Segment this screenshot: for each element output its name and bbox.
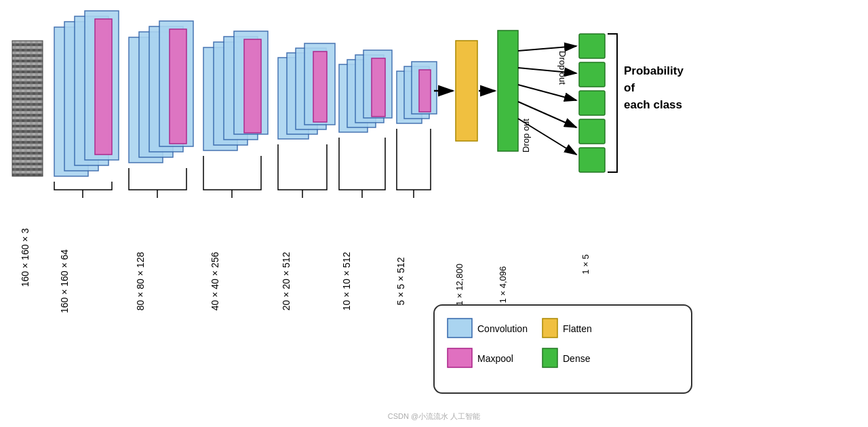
svg-text:Flatten: Flatten bbox=[563, 323, 592, 334]
svg-text:1 × 12,800: 1 × 12,800 bbox=[454, 264, 465, 306]
svg-text:160 × 160 × 64: 160 × 160 × 64 bbox=[59, 249, 70, 313]
svg-rect-17 bbox=[12, 41, 43, 176]
svg-text:1 × 5: 1 × 5 bbox=[580, 254, 591, 274]
svg-rect-85 bbox=[542, 319, 557, 338]
svg-text:CSDN @小流流水 人工智能: CSDN @小流流水 人工智能 bbox=[388, 412, 480, 420]
svg-marker-46 bbox=[419, 70, 431, 112]
svg-rect-89 bbox=[542, 348, 557, 367]
main-canvas: Drop out bbox=[0, 0, 868, 427]
svg-marker-42 bbox=[372, 58, 385, 117]
svg-rect-82 bbox=[434, 305, 692, 393]
svg-text:Drop out: Drop out bbox=[557, 51, 568, 85]
svg-text:Maxpool: Maxpool bbox=[477, 353, 513, 364]
svg-rect-61 bbox=[579, 148, 605, 172]
svg-rect-83 bbox=[448, 319, 472, 338]
svg-text:40 × 40 × 256: 40 × 40 × 256 bbox=[210, 252, 220, 311]
svg-text:Dense: Dense bbox=[563, 353, 591, 364]
svg-line-52 bbox=[518, 46, 576, 51]
svg-rect-48 bbox=[456, 41, 477, 141]
svg-text:Drop out: Drop out bbox=[521, 119, 531, 152]
svg-rect-50 bbox=[498, 30, 518, 151]
svg-text:1 × 4,096: 1 × 4,096 bbox=[498, 266, 508, 304]
svg-rect-87 bbox=[448, 348, 472, 367]
svg-marker-32 bbox=[244, 39, 261, 133]
svg-text:of: of bbox=[624, 81, 635, 94]
svg-text:Probability: Probability bbox=[624, 64, 684, 77]
svg-text:20 × 20 × 512: 20 × 20 × 512 bbox=[281, 252, 292, 311]
svg-text:10 × 10 × 512: 10 × 10 × 512 bbox=[341, 252, 352, 311]
svg-text:80 × 80 × 128: 80 × 80 × 128 bbox=[135, 252, 146, 311]
svg-rect-57 bbox=[579, 34, 605, 58]
svg-text:5 × 5 × 512: 5 × 5 × 512 bbox=[395, 257, 406, 305]
svg-rect-58 bbox=[579, 62, 605, 87]
svg-marker-22 bbox=[95, 19, 112, 155]
svg-rect-60 bbox=[579, 119, 605, 144]
svg-text:each class: each class bbox=[624, 98, 682, 111]
architecture-diagram: Drop out bbox=[0, 0, 868, 427]
svg-line-54 bbox=[518, 85, 576, 100]
svg-text:160 × 160 × 3: 160 × 160 × 3 bbox=[20, 228, 31, 287]
svg-rect-59 bbox=[579, 91, 605, 115]
svg-text:Convolution: Convolution bbox=[477, 323, 528, 334]
svg-marker-27 bbox=[170, 29, 186, 144]
svg-marker-37 bbox=[313, 52, 327, 122]
